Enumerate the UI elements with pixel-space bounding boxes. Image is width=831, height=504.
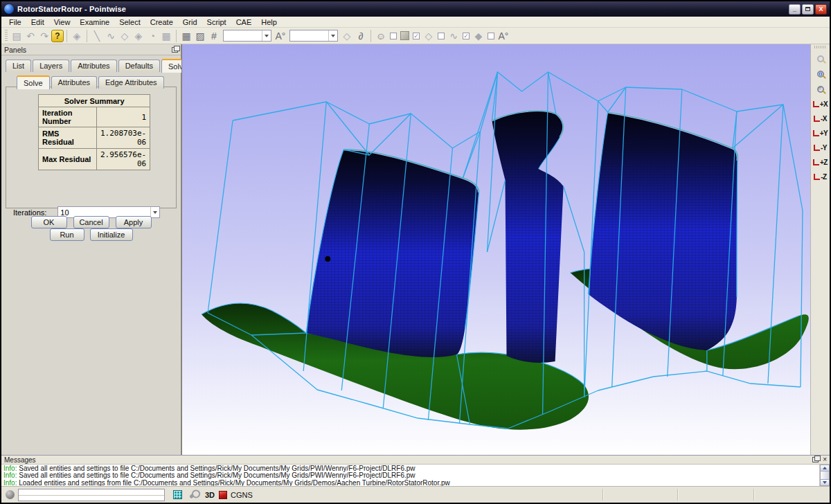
database-visible-checkbox[interactable] bbox=[488, 33, 494, 39]
tolerance-icon bbox=[189, 490, 198, 498]
tab-list[interactable]: List bbox=[6, 60, 31, 72]
menu-view[interactable]: View bbox=[49, 17, 75, 27]
close-icon[interactable]: × bbox=[823, 456, 827, 463]
create-domain-icon[interactable]: ◇ bbox=[118, 29, 132, 43]
application-window: RotorStatorRotor - Pointwise _ X File Ed… bbox=[0, 0, 831, 504]
stack-icon[interactable]: ◇ bbox=[340, 29, 354, 43]
menu-grid[interactable]: Grid bbox=[178, 17, 202, 27]
selection-point[interactable] bbox=[325, 256, 330, 262]
view-plus-y-button[interactable]: +Y bbox=[812, 126, 830, 141]
create-curve-icon[interactable]: ∿ bbox=[104, 29, 118, 43]
domain-mask-icon[interactable]: ◇ bbox=[422, 29, 436, 43]
block-mask-icon[interactable] bbox=[400, 31, 409, 40]
blocks-visible-checkbox[interactable]: ✓ bbox=[413, 33, 420, 39]
subtab-solve[interactable]: Solve bbox=[17, 75, 50, 89]
dimension-combo[interactable] bbox=[223, 30, 271, 42]
panel-tabs: List Layers Attributes Defaults Solve bbox=[6, 58, 196, 72]
menu-cae[interactable]: CAE bbox=[231, 17, 257, 27]
panels-header[interactable]: Panels bbox=[1, 44, 181, 55]
scrollbar-thumb[interactable] bbox=[820, 471, 830, 479]
apply-button[interactable]: Apply bbox=[116, 216, 152, 228]
view-minus-z-button[interactable]: -Z bbox=[812, 170, 830, 184]
undo-icon[interactable]: ↶ bbox=[24, 29, 37, 43]
max-residual-label: Max Residual bbox=[39, 149, 97, 170]
menu-script[interactable]: Script bbox=[202, 17, 231, 27]
help-icon[interactable]: ? bbox=[51, 30, 64, 42]
menu-edit[interactable]: Edit bbox=[26, 17, 49, 27]
subtab-attributes[interactable]: Attributes bbox=[51, 76, 97, 89]
axis-icon bbox=[813, 101, 819, 107]
tab-layers[interactable]: Layers bbox=[33, 60, 69, 72]
layers-icon[interactable]: ◈ bbox=[70, 29, 84, 43]
zoom-to-fit-icon[interactable] bbox=[812, 66, 829, 82]
rms-residual-label: RMS Residual bbox=[39, 127, 97, 149]
ok-button[interactable]: OK bbox=[31, 216, 67, 228]
connector-mask-icon[interactable]: ∿ bbox=[447, 29, 461, 43]
toolbar-separator bbox=[176, 30, 177, 42]
run-button[interactable]: Run bbox=[50, 228, 84, 241]
menu-select[interactable]: Select bbox=[114, 17, 145, 27]
3d-viewport[interactable] bbox=[181, 44, 810, 455]
create-block-icon[interactable]: ▦ bbox=[159, 29, 173, 43]
status-separator bbox=[602, 489, 603, 501]
title-bar[interactable]: RotorStatorRotor - Pointwise _ X bbox=[1, 1, 830, 17]
minimize-button[interactable]: _ bbox=[789, 4, 801, 15]
view-plus-x-button[interactable]: +X bbox=[812, 97, 830, 111]
initialize-button[interactable]: Initialize bbox=[90, 228, 133, 241]
cancel-button[interactable]: Cancel bbox=[73, 216, 109, 228]
structured-grid-icon[interactable]: ▦ bbox=[179, 29, 193, 43]
status-sphere-icon bbox=[6, 490, 15, 499]
menu-examine[interactable]: Examine bbox=[75, 17, 114, 27]
angle-combo[interactable] bbox=[289, 30, 338, 42]
status-bar: 3D CGNS bbox=[1, 486, 830, 503]
axis-icon bbox=[814, 116, 820, 122]
view-plus-z-button[interactable]: +Z bbox=[812, 155, 830, 170]
dimension-input[interactable] bbox=[224, 31, 261, 40]
axis-icon bbox=[813, 130, 819, 136]
pointwise-app-icon bbox=[4, 4, 14, 14]
create-connector-icon[interactable]: ╲ bbox=[90, 29, 104, 43]
float-panel-icon[interactable] bbox=[812, 457, 819, 462]
messages-scrollbar[interactable] bbox=[819, 465, 830, 486]
mask-blocks-checkbox[interactable] bbox=[390, 33, 397, 39]
view-minus-y-button[interactable]: -Y bbox=[812, 141, 830, 155]
scroll-up-icon[interactable] bbox=[820, 465, 830, 471]
create-unstructured-domain-icon[interactable]: ◈ bbox=[132, 29, 145, 43]
chevron-down-icon[interactable] bbox=[328, 30, 337, 41]
restore-button[interactable] bbox=[802, 4, 814, 15]
unstructured-grid-icon[interactable]: ▨ bbox=[193, 29, 207, 43]
toolbar-drag-handle[interactable] bbox=[814, 46, 827, 48]
database-mask-icon[interactable]: ◆ bbox=[472, 29, 485, 43]
create-fan-icon[interactable]: ◔ bbox=[145, 29, 159, 43]
subtab-edge-attributes[interactable]: Edge Attributes bbox=[98, 76, 164, 89]
menu-help[interactable]: Help bbox=[256, 17, 282, 27]
toolbar-drag-handle[interactable] bbox=[5, 30, 8, 42]
partial-derivative-icon[interactable]: ∂ bbox=[354, 29, 368, 43]
domains-visible-checkbox[interactable] bbox=[438, 33, 445, 39]
solve-subtabs: Solve Attributes Edge Attributes bbox=[17, 75, 166, 89]
menu-create[interactable]: Create bbox=[145, 17, 178, 27]
view-minus-x-button[interactable]: -X bbox=[812, 111, 830, 126]
mask-icon[interactable]: ☺ bbox=[374, 29, 388, 43]
tab-defaults[interactable]: Defaults bbox=[118, 60, 160, 72]
messages-panel: Messages × Info: Saved all entities and … bbox=[1, 455, 830, 486]
zoom-icon[interactable] bbox=[812, 51, 829, 66]
scroll-down-icon[interactable] bbox=[820, 479, 830, 486]
messages-header[interactable]: Messages × bbox=[1, 456, 830, 465]
redo-icon[interactable]: ↷ bbox=[37, 29, 51, 43]
tab-attributes[interactable]: Attributes bbox=[71, 60, 116, 72]
zoom-actual-icon[interactable] bbox=[812, 82, 829, 97]
float-panel-icon[interactable] bbox=[172, 47, 178, 53]
connectors-visible-checkbox[interactable]: ✓ bbox=[463, 33, 470, 39]
message-log[interactable]: Info: Saved all entities and settings to… bbox=[1, 465, 819, 486]
angle-input[interactable] bbox=[290, 31, 328, 40]
menu-file[interactable]: File bbox=[4, 17, 26, 27]
spacing-mask-icon[interactable]: A° bbox=[497, 29, 510, 43]
iterations-input[interactable] bbox=[58, 208, 147, 217]
save-icon[interactable]: ▤ bbox=[10, 29, 24, 43]
viewport-canvas[interactable] bbox=[182, 44, 810, 455]
grid-type-icon bbox=[173, 490, 182, 499]
iterations-label: Iterations: bbox=[13, 208, 46, 217]
close-button[interactable]: X bbox=[815, 4, 827, 15]
chevron-down-icon[interactable] bbox=[262, 30, 271, 41]
